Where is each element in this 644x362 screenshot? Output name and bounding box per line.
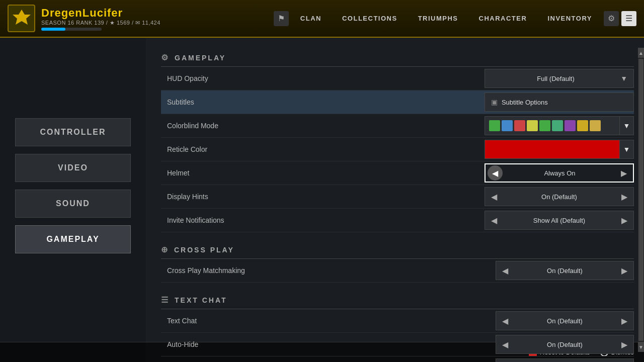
dropdown-arrow-icon: ▼	[620, 74, 627, 82]
avatar	[8, 5, 35, 32]
row-control-gameplay-0: Full (Default)▼	[485, 67, 634, 90]
row-label-textchat-0: Text Chat	[161, 309, 496, 333]
arrow-control-crossplay-0[interactable]: ◀On (Default)▶	[496, 261, 634, 280]
rank-val2: 11,424	[142, 20, 160, 26]
nav-collections[interactable]: COLLECTIONS	[333, 12, 407, 25]
scroll-down-button[interactable]: ▼	[638, 342, 644, 352]
subtitle-icon: ▣	[491, 98, 498, 106]
row-label-gameplay-5: Display Hints	[161, 185, 485, 209]
arrow-control-gameplay-5[interactable]: ◀On (Default)▶	[485, 187, 634, 206]
row-label-gameplay-4: Helmet	[161, 161, 485, 185]
settings-table-textchat: Text Chat◀On (Default)▶Auto-Hide◀On (Def…	[161, 309, 634, 362]
arrow-right-button[interactable]: ▶	[615, 261, 633, 280]
sidebar-item-gameplay[interactable]: GAMEPLAY	[15, 225, 131, 253]
arrow-left-button[interactable]: ◀	[496, 261, 514, 280]
sidebar-item-sound[interactable]: SOUND	[15, 190, 131, 218]
dropdown-value: Full (Default)	[491, 75, 620, 82]
arrow-control-value: On (Default)	[514, 267, 615, 275]
row-control-gameplay-3: ▼	[485, 138, 634, 161]
svg-marker-0	[13, 10, 31, 25]
row-label-gameplay-2: Colorblind Mode	[161, 114, 485, 138]
row-control-textchat-0: ◀On (Default)▶	[496, 309, 634, 333]
row-control-crossplay-0: ◀On (Default)▶	[496, 259, 634, 283]
settings-table-gameplay: HUD OpacityFull (Default)▼Subtitles▣Subt…	[161, 67, 634, 232]
arrow-left-button[interactable]: ◀	[488, 165, 503, 180]
rank-val1: 1569	[117, 20, 130, 26]
color-dot-1	[502, 120, 513, 131]
colorblind-dropdown-arrow[interactable]: ▼	[619, 117, 633, 135]
section-icon-textchat: ☰	[161, 295, 170, 305]
scroll-rail: ▲ ▼	[638, 48, 644, 352]
table-row: Helmet◀Always On▶	[161, 161, 634, 185]
row-label-textchat-2: Nav Mode Invokes Chat	[161, 356, 496, 363]
rank-icon1: ★	[110, 20, 115, 26]
settings-panel: ⚙GAMEPLAYHUD OpacityFull (Default)▼Subti…	[146, 38, 644, 362]
subtitle-control-0-1[interactable]: ▣Subtitle Options	[485, 93, 634, 112]
arrow-right-button[interactable]: ▶	[615, 211, 633, 229]
table-row: Reticle Color▼	[161, 138, 634, 161]
settings-content: ⚙GAMEPLAYHUD OpacityFull (Default)▼Subti…	[161, 48, 634, 362]
settings-icon[interactable]: ⚙	[604, 11, 619, 26]
row-control-gameplay-1: ▣Subtitle Options	[485, 90, 634, 114]
arrow-control-value: On (Default)	[514, 317, 615, 325]
section-label-crossplay: CROSS PLAY	[174, 246, 234, 254]
section-label-gameplay: GAMEPLAY	[175, 54, 226, 62]
arrow-left-button[interactable]: ◀	[496, 359, 514, 362]
sidebar-item-video[interactable]: VIDEO	[15, 154, 131, 182]
arrow-control-textchat-1[interactable]: ◀On (Default)▶	[496, 335, 634, 354]
arrow-control-textchat-0[interactable]: ◀On (Default)▶	[496, 311, 634, 330]
color-dot-2	[514, 120, 525, 131]
row-control-gameplay-6: ◀Show All (Default)▶	[485, 209, 634, 232]
section-header-gameplay: ⚙GAMEPLAY	[161, 48, 634, 67]
sidebar-item-controller[interactable]: CONTROLLER	[15, 118, 131, 146]
arrow-control-gameplay-6[interactable]: ◀Show All (Default)▶	[485, 211, 634, 230]
arrow-right-button[interactable]: ▶	[615, 312, 633, 330]
color-dot-8	[590, 120, 601, 131]
nav-links: ⚑ CLAN COLLECTIONS TRIUMPHS CHARACTER IN…	[274, 11, 636, 26]
arrow-control-textchat-2[interactable]: ◀On (Default)▶	[496, 358, 634, 362]
settings-table-crossplay: Cross Play Matchmaking◀On (Default)▶	[161, 259, 634, 283]
arrow-right-button[interactable]: ▶	[615, 164, 633, 182]
arrow-right-button[interactable]: ▶	[615, 359, 633, 362]
user-info: DregenLucifer SEASON 16 RANK 139 / ★ 156…	[41, 7, 160, 31]
table-row: Subtitles▣Subtitle Options	[161, 90, 634, 114]
row-label-textchat-1: Auto-Hide	[161, 333, 496, 356]
arrow-left-button[interactable]: ◀	[485, 188, 503, 206]
xp-bar	[41, 28, 65, 31]
colorblind-control[interactable]: ▼	[485, 116, 634, 135]
table-row: Nav Mode Invokes Chat◀On (Default)▶	[161, 356, 634, 363]
nav-inventory[interactable]: INVENTORY	[538, 12, 601, 25]
table-row: Invite Notifications◀Show All (Default)▶	[161, 209, 634, 232]
arrow-left-button[interactable]: ◀	[485, 211, 503, 229]
menu-icon[interactable]: ☰	[621, 11, 636, 26]
color-dot-7	[577, 120, 588, 131]
user-rank: SEASON 16 RANK 139 / ★ 1569 / ✉ 11,424	[41, 20, 160, 26]
table-row: HUD OpacityFull (Default)▼	[161, 67, 634, 90]
arrow-left-button[interactable]: ◀	[496, 335, 514, 353]
reticle-dropdown-arrow[interactable]: ▼	[619, 140, 633, 158]
table-row: Text Chat◀On (Default)▶	[161, 309, 634, 333]
scroll-up-button[interactable]: ▲	[638, 48, 644, 58]
table-row: Colorblind Mode▼	[161, 114, 634, 138]
arrow-control-value: On (Default)	[514, 341, 615, 348]
arrow-left-button[interactable]: ◀	[496, 312, 514, 330]
nav-clan[interactable]: CLAN	[291, 12, 331, 25]
scroll-thumb[interactable]	[638, 59, 643, 341]
nav-icon-clan-symbol[interactable]: ⚑	[274, 11, 289, 26]
arrow-control-gameplay-4[interactable]: ◀Always On▶	[485, 163, 634, 183]
nav-character[interactable]: CHARACTER	[470, 12, 536, 25]
nav-triumphs[interactable]: TRIUMPHS	[409, 12, 467, 25]
xp-bar-container	[41, 28, 102, 31]
color-dots	[485, 120, 619, 131]
row-label-gameplay-0: HUD Opacity	[161, 67, 485, 90]
row-control-gameplay-5: ◀On (Default)▶	[485, 185, 634, 209]
row-control-textchat-1: ◀On (Default)▶	[496, 333, 634, 356]
reticle-color-control[interactable]: ▼	[485, 140, 634, 159]
row-label-crossplay-0: Cross Play Matchmaking	[161, 259, 496, 283]
dropdown-gameplay-0[interactable]: Full (Default)▼	[485, 69, 634, 88]
color-dot-6	[565, 120, 576, 131]
arrow-right-button[interactable]: ▶	[615, 335, 633, 353]
row-control-gameplay-2: ▼	[485, 114, 634, 138]
rank-icon2: ✉	[135, 20, 140, 26]
arrow-right-button[interactable]: ▶	[615, 188, 633, 206]
